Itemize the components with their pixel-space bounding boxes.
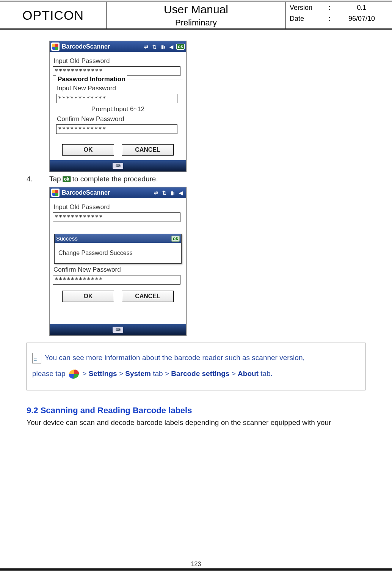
confirm-password-label: Confirm New Password bbox=[57, 115, 179, 123]
note-system: System bbox=[125, 370, 151, 378]
old-password-input[interactable]: ************ bbox=[53, 212, 180, 222]
old-password-label: Input Old Password bbox=[53, 203, 182, 211]
titlebar: BarcodeScanner ⇄ ⇅ ▮ı ◀ bbox=[50, 187, 186, 198]
popup-ok-button[interactable]: ok bbox=[171, 236, 180, 242]
ok-icon: ok bbox=[63, 176, 71, 182]
note-settings: Settings bbox=[89, 370, 117, 378]
popup-body-text: Change Password Success bbox=[55, 243, 181, 263]
version-label: Version bbox=[290, 4, 324, 12]
step-4: 4. Tap ok to complete the procedure. bbox=[27, 175, 365, 183]
step-number: 4. bbox=[27, 175, 49, 183]
section-heading: 9.2 Scanning and Reading Barcode labels bbox=[27, 406, 365, 415]
windows-start-icon bbox=[68, 370, 79, 379]
note-tab1: tab bbox=[153, 370, 165, 378]
note-icon bbox=[32, 353, 41, 363]
date-label: Date bbox=[290, 15, 324, 23]
doc-subtitle: Preliminary bbox=[107, 17, 285, 28]
confirm-password-label: Confirm New Password bbox=[53, 266, 182, 274]
fieldset-legend: Password Information bbox=[56, 76, 127, 83]
titlebar: BarcodeScanner ⇄ ⇅ ▮ı ◀ ok bbox=[50, 41, 186, 52]
ok-button[interactable]: OK bbox=[62, 144, 114, 156]
bottom-bar: ⌨ bbox=[50, 324, 186, 335]
cancel-button[interactable]: CANCEL bbox=[122, 291, 174, 302]
network-icon[interactable]: ⇅ bbox=[151, 43, 158, 50]
prompt-text: Prompt:Input 6~12 bbox=[56, 105, 180, 113]
start-icon[interactable] bbox=[51, 189, 60, 197]
note-line1: You can see more information about the b… bbox=[45, 354, 305, 362]
confirm-password-input[interactable]: ************ bbox=[56, 124, 177, 134]
old-password-label: Input Old Password bbox=[53, 57, 182, 65]
volume-icon[interactable]: ◀ bbox=[168, 43, 175, 50]
step-text-after: to complete the procedure. bbox=[72, 175, 158, 183]
gt3: > bbox=[165, 370, 169, 378]
gt1: > bbox=[82, 370, 86, 378]
note-about: About bbox=[238, 370, 259, 378]
screenshot-success: BarcodeScanner ⇄ ⇅ ▮ı ◀ Input Old Passwo… bbox=[49, 187, 187, 336]
brand: OPTICON bbox=[0, 2, 107, 28]
signal-icon[interactable]: ▮ı bbox=[169, 189, 176, 197]
connectivity-icon[interactable]: ⇄ bbox=[143, 43, 150, 50]
keyboard-icon[interactable]: ⌨ bbox=[113, 327, 123, 333]
step-text-before: Tap bbox=[49, 175, 61, 183]
note-barcode: Barcode settings bbox=[171, 370, 229, 378]
cancel-button[interactable]: CANCEL bbox=[122, 144, 174, 156]
gt4: > bbox=[232, 370, 236, 378]
bottom-bar: ⌨ bbox=[50, 160, 186, 171]
volume-icon[interactable]: ◀ bbox=[177, 189, 185, 197]
keyboard-icon[interactable]: ⌨ bbox=[113, 163, 123, 169]
page-header: OPTICON User Manual Preliminary Version … bbox=[0, 1, 392, 30]
ok-button[interactable]: OK bbox=[62, 291, 114, 302]
gt2: > bbox=[119, 370, 123, 378]
section-body: Your device can scan and decode barcode … bbox=[27, 418, 365, 427]
popup-title-text: Success bbox=[56, 235, 78, 242]
titlebar-ok-button[interactable]: ok bbox=[176, 44, 185, 50]
page-number: 123 bbox=[0, 561, 392, 568]
note-tab2: tab. bbox=[260, 370, 273, 378]
version-sep: : bbox=[324, 4, 335, 12]
date-value: 96/07/10 bbox=[335, 15, 388, 23]
new-password-label: Input New Password bbox=[57, 85, 179, 92]
info-note: You can see more information about the b… bbox=[27, 343, 365, 390]
signal-icon[interactable]: ▮ı bbox=[159, 43, 167, 50]
app-title: BarcodeScanner bbox=[62, 43, 110, 50]
start-icon[interactable] bbox=[51, 42, 60, 51]
confirm-password-input[interactable]: ************ bbox=[53, 275, 180, 285]
date-sep: : bbox=[324, 15, 335, 23]
note-line2a: please tap bbox=[32, 370, 67, 378]
screenshot-password-change: BarcodeScanner ⇄ ⇅ ▮ı ◀ ok Input Old Pas… bbox=[49, 41, 187, 172]
doc-title: User Manual bbox=[107, 2, 285, 17]
connectivity-icon[interactable]: ⇄ bbox=[152, 189, 160, 197]
old-password-input[interactable]: ************ bbox=[53, 66, 180, 76]
success-popup: Success ok Change Password Success bbox=[54, 234, 182, 264]
version-value: 0.1 bbox=[335, 4, 388, 12]
network-icon[interactable]: ⇅ bbox=[160, 189, 168, 197]
app-title: BarcodeScanner bbox=[62, 189, 110, 196]
new-password-input[interactable]: ************ bbox=[56, 94, 177, 103]
